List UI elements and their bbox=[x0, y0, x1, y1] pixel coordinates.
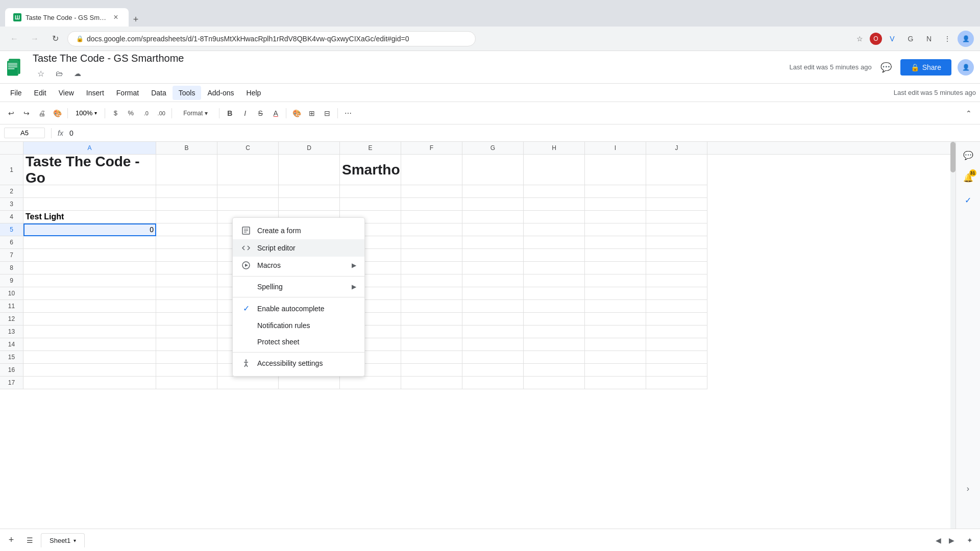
cell-i15[interactable] bbox=[585, 351, 646, 364]
cell-g17[interactable] bbox=[462, 377, 524, 389]
doc-title[interactable]: Taste The Code - GS Smarthome bbox=[33, 53, 184, 64]
cell-g13[interactable] bbox=[462, 325, 524, 338]
dropdown-item-spelling[interactable]: Spelling ▶ bbox=[233, 279, 364, 295]
cell-b15[interactable] bbox=[156, 351, 217, 364]
menu-addons[interactable]: Add-ons bbox=[201, 86, 240, 100]
cell-i11[interactable] bbox=[585, 300, 646, 313]
col-header-g[interactable]: G bbox=[462, 142, 524, 154]
cell-j12[interactable] bbox=[646, 313, 707, 325]
cell-j2[interactable] bbox=[646, 185, 707, 198]
cell-i10[interactable] bbox=[585, 287, 646, 300]
cell-b1[interactable] bbox=[156, 155, 217, 185]
cell-f12[interactable] bbox=[401, 313, 462, 325]
forward-button[interactable]: → bbox=[27, 31, 43, 47]
dropdown-item-script-editor[interactable]: Script editor bbox=[233, 239, 364, 257]
cell-h7[interactable] bbox=[524, 249, 585, 262]
cell-h1[interactable] bbox=[524, 155, 585, 185]
cell-h14[interactable] bbox=[524, 338, 585, 351]
col-header-b[interactable]: B bbox=[156, 142, 217, 154]
cell-b5[interactable] bbox=[156, 223, 217, 236]
cell-j8[interactable] bbox=[646, 262, 707, 274]
row-num-16[interactable]: 16 bbox=[0, 364, 23, 377]
cell-f14[interactable] bbox=[401, 338, 462, 351]
menu-edit[interactable]: Edit bbox=[28, 86, 53, 100]
cell-b13[interactable] bbox=[156, 325, 217, 338]
cell-a3[interactable] bbox=[23, 198, 156, 211]
extension-button-1[interactable]: O bbox=[870, 33, 882, 45]
menu-data[interactable]: Data bbox=[145, 86, 173, 100]
cell-c1[interactable] bbox=[217, 155, 279, 185]
cell-f13[interactable] bbox=[401, 325, 462, 338]
cell-g11[interactable] bbox=[462, 300, 524, 313]
cell-j15[interactable] bbox=[646, 351, 707, 364]
paint-format-button[interactable]: 🎨 bbox=[50, 106, 64, 120]
text-color-button[interactable]: A bbox=[268, 106, 283, 120]
menu-insert[interactable]: Insert bbox=[80, 86, 110, 100]
cell-i7[interactable] bbox=[585, 249, 646, 262]
cell-j6[interactable] bbox=[646, 236, 707, 249]
cell-h11[interactable] bbox=[524, 300, 585, 313]
extension-button-5[interactable]: ⋮ bbox=[939, 31, 955, 47]
cell-c2[interactable] bbox=[217, 185, 279, 198]
col-header-j[interactable]: J bbox=[646, 142, 707, 154]
cell-h6[interactable] bbox=[524, 236, 585, 249]
cell-d3[interactable] bbox=[279, 198, 340, 211]
cell-a16[interactable] bbox=[23, 364, 156, 377]
star-button[interactable]: ☆ bbox=[33, 65, 49, 82]
cell-b4[interactable] bbox=[156, 211, 217, 223]
cell-g15[interactable] bbox=[462, 351, 524, 364]
row-num-10[interactable]: 10 bbox=[0, 287, 23, 300]
row-num-2[interactable]: 2 bbox=[0, 185, 23, 198]
dropdown-item-accessibility-settings[interactable]: Accessibility settings bbox=[233, 355, 364, 372]
cell-h4[interactable] bbox=[524, 211, 585, 223]
cell-j10[interactable] bbox=[646, 287, 707, 300]
cell-f17[interactable] bbox=[401, 377, 462, 389]
row-num-3[interactable]: 3 bbox=[0, 198, 23, 211]
cell-f10[interactable] bbox=[401, 287, 462, 300]
cell-a8[interactable] bbox=[23, 262, 156, 274]
cell-b6[interactable] bbox=[156, 236, 217, 249]
cell-h15[interactable] bbox=[524, 351, 585, 364]
dropdown-item-enable-autocomplete[interactable]: ✓ Enable autocomplete bbox=[233, 299, 364, 317]
cell-b7[interactable] bbox=[156, 249, 217, 262]
tab-close-button[interactable]: × bbox=[111, 13, 120, 22]
comments-panel-button[interactable]: 💬 bbox=[959, 146, 977, 164]
cell-i12[interactable] bbox=[585, 313, 646, 325]
cell-f16[interactable] bbox=[401, 364, 462, 377]
row-num-11[interactable]: 11 bbox=[0, 300, 23, 313]
cell-i8[interactable] bbox=[585, 262, 646, 274]
row-num-7[interactable]: 7 bbox=[0, 249, 23, 262]
cell-i13[interactable] bbox=[585, 325, 646, 338]
back-button[interactable]: ← bbox=[6, 31, 22, 47]
col-header-f[interactable]: F bbox=[401, 142, 462, 154]
cell-a12[interactable] bbox=[23, 313, 156, 325]
formula-value[interactable]: 0 bbox=[67, 129, 76, 137]
cell-f3[interactable] bbox=[401, 198, 462, 211]
cell-g5[interactable] bbox=[462, 223, 524, 236]
italic-button[interactable]: I bbox=[238, 106, 252, 120]
cell-e2[interactable] bbox=[340, 185, 401, 198]
cell-j1[interactable] bbox=[646, 155, 707, 185]
cell-a13[interactable] bbox=[23, 325, 156, 338]
cell-g4[interactable] bbox=[462, 211, 524, 223]
share-button[interactable]: 🔒 Share bbox=[900, 59, 951, 76]
col-header-h[interactable]: H bbox=[524, 142, 585, 154]
cell-g2[interactable] bbox=[462, 185, 524, 198]
menu-format[interactable]: Format bbox=[110, 86, 145, 100]
cell-b16[interactable] bbox=[156, 364, 217, 377]
cell-g14[interactable] bbox=[462, 338, 524, 351]
col-header-c[interactable]: C bbox=[217, 142, 279, 154]
user-avatar[interactable]: 👤 bbox=[958, 31, 974, 47]
cell-j13[interactable] bbox=[646, 325, 707, 338]
cell-f11[interactable] bbox=[401, 300, 462, 313]
cell-g10[interactable] bbox=[462, 287, 524, 300]
borders-button[interactable]: ⊞ bbox=[305, 106, 319, 120]
row-num-12[interactable]: 12 bbox=[0, 313, 23, 325]
cell-d17[interactable] bbox=[279, 377, 340, 389]
cell-i9[interactable] bbox=[585, 274, 646, 287]
cell-j17[interactable] bbox=[646, 377, 707, 389]
cell-b2[interactable] bbox=[156, 185, 217, 198]
active-tab[interactable]: Ш Taste The Code - GS Smarthome × bbox=[5, 8, 129, 27]
cell-e3[interactable] bbox=[340, 198, 401, 211]
cell-h2[interactable] bbox=[524, 185, 585, 198]
